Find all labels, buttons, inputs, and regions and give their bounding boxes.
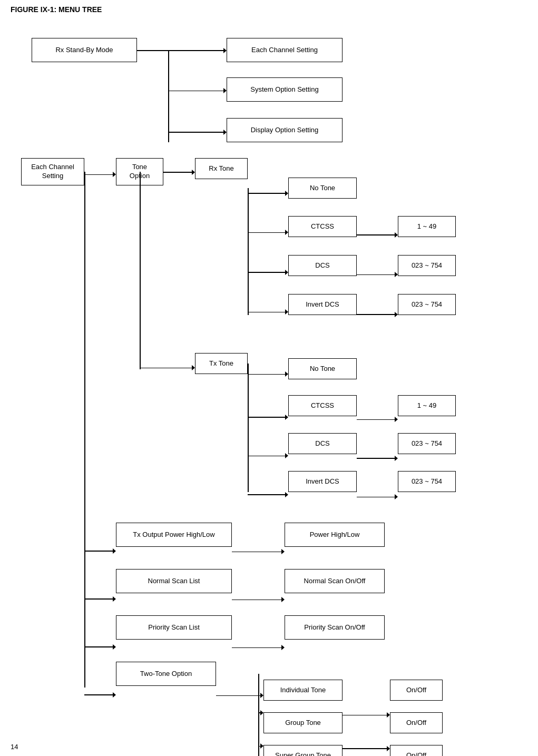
onoff-1-box: On/Off bbox=[390, 680, 443, 701]
each-channel-setting-left-box: Each Channel Setting bbox=[21, 158, 84, 185]
no-tone-tx-box: No Tone bbox=[288, 358, 357, 379]
tx-output-power-box: Tx Output Power High/Low bbox=[116, 523, 232, 547]
page-title: FIGURE IX-1: MENU TREE bbox=[0, 0, 538, 17]
individual-tone-box: Individual Tone bbox=[263, 680, 343, 701]
invert-dcs-tx-box: Invert DCS bbox=[288, 471, 357, 492]
system-option-box: System Option Setting bbox=[227, 77, 343, 102]
range-1-49-rx-box: 1 ~ 49 bbox=[398, 216, 456, 237]
tx-tone-box: Tx Tone bbox=[195, 353, 248, 374]
rx-tone-box: Rx Tone bbox=[195, 158, 248, 179]
page-number: 14 bbox=[11, 743, 18, 751]
normal-scan-list-box: Normal Scan List bbox=[116, 569, 232, 593]
invert-dcs-rx-box: Invert DCS bbox=[288, 294, 357, 315]
onoff-2-box: On/Off bbox=[390, 712, 443, 733]
priority-scan-list-box: Priority Scan List bbox=[116, 615, 232, 640]
priority-scan-onoff-box: Priority Scan On/Off bbox=[285, 615, 385, 640]
rx-standby-box: Rx Stand-By Mode bbox=[32, 38, 137, 62]
each-channel-setting-top-box: Each Channel Setting bbox=[227, 38, 343, 62]
dcs-rx-box: DCS bbox=[288, 255, 357, 276]
range-023-754-rx2-box: 023 ~ 754 bbox=[398, 294, 456, 315]
no-tone-rx-box: No Tone bbox=[288, 178, 357, 199]
onoff-3-box: On/Off bbox=[390, 745, 443, 756]
dcs-tx-box: DCS bbox=[288, 433, 357, 454]
range-1-49-tx-box: 1 ~ 49 bbox=[398, 395, 456, 416]
range-023-754-tx1-box: 023 ~ 754 bbox=[398, 433, 456, 454]
normal-scan-onoff-box: Normal Scan On/Off bbox=[285, 569, 385, 593]
display-option-box: Display Option Setting bbox=[227, 118, 343, 142]
group-tone-box: Group Tone bbox=[263, 712, 343, 733]
two-tone-option-box: Two-Tone Option bbox=[116, 662, 216, 686]
ctcss-tx-box: CTCSS bbox=[288, 395, 357, 416]
range-023-754-rx1-box: 023 ~ 754 bbox=[398, 255, 456, 276]
ctcss-rx-box: CTCSS bbox=[288, 216, 357, 237]
range-023-754-tx2-box: 023 ~ 754 bbox=[398, 471, 456, 492]
power-high-low-box: Power High/Low bbox=[285, 523, 385, 547]
super-group-tone-box: Super Group Tone bbox=[263, 745, 343, 756]
